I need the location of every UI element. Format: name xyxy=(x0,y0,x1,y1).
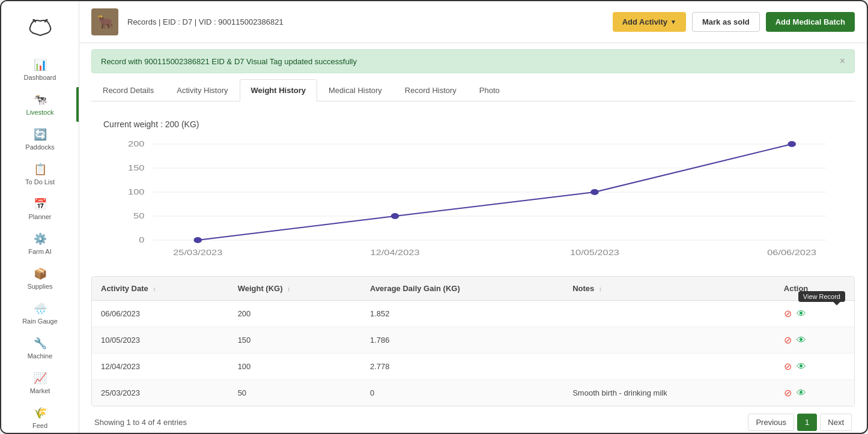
weight-data-table: Activity Date ↕ Weight (KG) ↕ Average Da… xyxy=(92,277,854,406)
avg-gain-cell: 0 xyxy=(361,380,563,406)
delete-button[interactable]: ⊘ xyxy=(784,387,792,399)
svg-point-11 xyxy=(391,213,399,219)
col-avg-daily-gain: Average Daily Gain (KG) xyxy=(361,277,563,301)
pagination-row: Showing 1 to 4 of 4 entries Previous 1 N… xyxy=(91,406,855,433)
view-record-tooltip: View Record xyxy=(798,291,845,302)
svg-text:0: 0 xyxy=(139,236,144,244)
main-content: 🐂 Records | EID : D7 | VID : 90011500238… xyxy=(79,1,867,433)
weight-cell: 150 xyxy=(229,327,361,354)
sidebar-item-label: Paddocks xyxy=(25,143,54,151)
svg-point-10 xyxy=(193,237,202,243)
col-activity-date[interactable]: Activity Date ↕ xyxy=(92,277,229,301)
action-cell: ⊘ 👁 xyxy=(775,354,854,380)
page-1-button[interactable]: 1 xyxy=(797,414,817,431)
tab-weight-history[interactable]: Weight History xyxy=(240,79,318,101)
paddocks-icon: 🔄 xyxy=(34,128,47,141)
activity-date-cell: 25/03/2023 xyxy=(92,380,229,406)
tab-medical-history[interactable]: Medical History xyxy=(317,79,393,101)
market-icon: 📈 xyxy=(34,372,47,385)
action-icons: ⊘ 👁 View Record xyxy=(784,308,845,319)
sidebar-item-label: Livestock xyxy=(26,109,54,116)
svg-text:06/06/2023: 06/06/2023 xyxy=(767,249,816,256)
page-content: Record with 900115002386821 EID & D7 Vis… xyxy=(79,43,867,433)
sidebar-item-planner[interactable]: 📅 Planner xyxy=(1,191,79,226)
notes-cell xyxy=(563,354,775,380)
view-record-button[interactable]: 👁 xyxy=(797,335,806,346)
sidebar-item-todo[interactable]: 📋 To Do List xyxy=(1,157,79,191)
sidebar-item-supplies[interactable]: 📦 Supplies xyxy=(1,261,79,296)
previous-button[interactable]: Previous xyxy=(748,414,794,431)
notes-cell xyxy=(563,301,775,327)
svg-text:25/03/2023: 25/03/2023 xyxy=(173,249,222,256)
activity-date-cell: 06/06/2023 xyxy=(92,301,229,327)
mark-as-sold-button[interactable]: Mark as sold xyxy=(692,12,760,32)
sidebar-item-label: Feed xyxy=(32,422,47,429)
sidebar-item-market[interactable]: 📈 Market xyxy=(1,366,79,400)
view-record-button[interactable]: 👁 xyxy=(797,361,806,372)
avg-gain-cell: 2.778 xyxy=(361,354,563,380)
svg-text:150: 150 xyxy=(128,164,144,172)
delete-button[interactable]: ⊘ xyxy=(784,308,792,319)
delete-button[interactable]: ⊘ xyxy=(784,334,792,346)
planner-icon: 📅 xyxy=(34,197,47,211)
sidebar-item-raingauge[interactable]: 🌧️ Rain Gauge xyxy=(1,296,79,331)
next-button[interactable]: Next xyxy=(820,414,852,431)
success-alert: Record with 900115002386821 EID & D7 Vis… xyxy=(91,49,855,73)
action-cell: ⊘ 👁 View Record xyxy=(775,301,854,327)
col-weight[interactable]: Weight (KG) ↕ xyxy=(229,277,361,301)
logo-area xyxy=(1,7,79,52)
tab-bar: Record Details Activity History Weight H… xyxy=(91,79,855,101)
header-info: Records | EID : D7 | VID : 9001150023868… xyxy=(127,17,604,26)
sidebar-item-label: Farm AI xyxy=(28,248,52,255)
action-icons: ⊘ 👁 xyxy=(784,334,845,346)
svg-text:100: 100 xyxy=(128,188,144,196)
weight-cell: 100 xyxy=(229,354,361,380)
tab-record-details[interactable]: Record Details xyxy=(91,79,165,101)
supplies-icon: 📦 xyxy=(34,267,47,280)
app-logo xyxy=(25,16,55,40)
eid-label: EID : D7 xyxy=(163,17,192,26)
weight-cell: 50 xyxy=(229,380,361,406)
farmai-icon: ⚙️ xyxy=(34,232,47,246)
livestock-icon: 🐄 xyxy=(34,93,47,106)
weight-table: Activity Date ↕ Weight (KG) ↕ Average Da… xyxy=(91,276,855,406)
sidebar-item-farmai[interactable]: ⚙️ Farm AI xyxy=(1,226,79,261)
sidebar-item-label: Dashboard xyxy=(24,74,56,81)
sort-icon-weight: ↕ xyxy=(287,286,290,292)
dropdown-arrow-icon: ▼ xyxy=(670,19,676,25)
sidebar-item-feed[interactable]: 🌾 Feed xyxy=(1,400,79,434)
sidebar-item-label: Rain Gauge xyxy=(22,318,58,325)
weight-cell: 200 xyxy=(229,301,361,327)
raingauge-icon: 🌧️ xyxy=(34,302,47,315)
sidebar-item-label: Market xyxy=(30,387,50,394)
alert-close-button[interactable]: × xyxy=(840,56,845,67)
view-record-button[interactable]: 👁 xyxy=(797,309,806,319)
action-icons: ⊘ 👁 xyxy=(784,387,845,399)
sidebar-item-dashboard[interactable]: 📊 Dashboard xyxy=(1,52,79,87)
add-activity-button[interactable]: Add Activity ▼ xyxy=(613,12,686,32)
table-row: 06/06/2023 200 1.852 ⊘ 👁 View Record xyxy=(92,301,854,327)
header-actions: Add Activity ▼ Mark as sold Add Medical … xyxy=(613,12,855,32)
delete-button[interactable]: ⊘ xyxy=(784,361,792,372)
sidebar: 📊 Dashboard 🐄 Livestock 🔄 Paddocks 📋 To … xyxy=(1,1,79,433)
svg-text:50: 50 xyxy=(133,212,144,220)
tab-photo[interactable]: Photo xyxy=(468,79,511,101)
tab-record-history[interactable]: Record History xyxy=(393,79,468,101)
svg-text:10/05/2023: 10/05/2023 xyxy=(570,249,619,256)
table-row: 12/04/2023 100 2.778 ⊘ 👁 xyxy=(92,354,854,380)
sidebar-item-livestock[interactable]: 🐄 Livestock xyxy=(1,87,79,122)
sidebar-item-machine[interactable]: 🔧 Machine xyxy=(1,331,79,366)
animal-avatar: 🐂 xyxy=(91,8,118,35)
chart-area: 200 150 100 50 0 25/03/2023 xyxy=(103,138,843,258)
sort-icon-notes: ↕ xyxy=(599,286,602,292)
tab-activity-history[interactable]: Activity History xyxy=(165,79,239,101)
view-record-button[interactable]: 👁 xyxy=(797,388,806,399)
sidebar-item-label: To Do List xyxy=(25,178,55,185)
dashboard-icon: 📊 xyxy=(34,58,47,71)
add-medical-batch-button[interactable]: Add Medical Batch xyxy=(766,12,855,32)
col-notes[interactable]: Notes ↕ xyxy=(563,277,775,301)
sidebar-item-paddocks[interactable]: 🔄 Paddocks xyxy=(1,122,79,157)
pagination: Previous 1 Next xyxy=(748,414,852,431)
chart-title: Current weight : 200 (KG) xyxy=(103,119,843,129)
avg-gain-cell: 1.786 xyxy=(361,327,563,354)
